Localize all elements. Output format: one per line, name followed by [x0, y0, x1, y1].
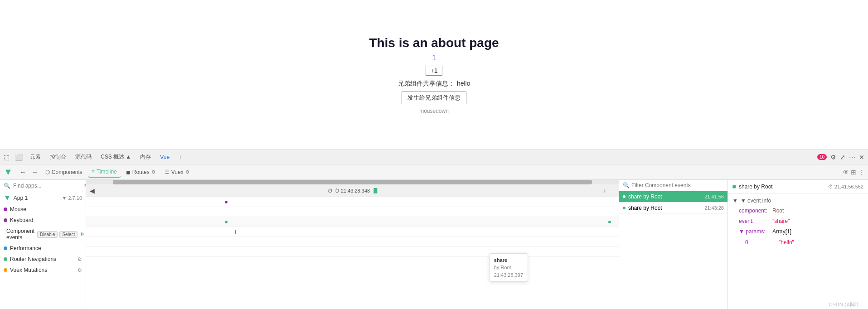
increment-button[interactable]: +1 — [426, 66, 443, 76]
emit-button[interactable]: 发生给兄弟组件信息 — [402, 92, 466, 104]
page-title: This is an about page — [369, 36, 499, 50]
counter-value: 1 — [432, 54, 436, 62]
mousedown-label: mousedown — [419, 108, 449, 114]
sibling-value: hello — [457, 80, 470, 87]
sibling-info: 兄弟组件共享信息： hello — [398, 79, 470, 88]
main-content: This is an about page 1 +1 兄弟组件共享信息： hel… — [0, 0, 868, 150]
sibling-label: 兄弟组件共享信息： — [398, 80, 455, 87]
